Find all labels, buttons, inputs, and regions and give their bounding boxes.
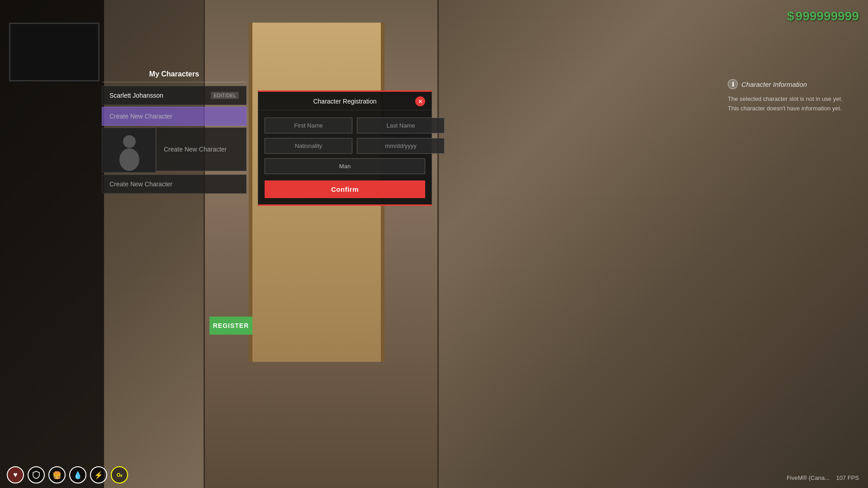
char-silhouette: [102, 128, 156, 173]
character-name: Scarlett Johansson: [109, 92, 163, 99]
name-row: [265, 118, 425, 133]
registration-modal: Character Registration ✕ Man Woman Confi…: [258, 90, 432, 206]
hud-bottom: ♥ 🍔 💧 ⚡ O₂: [7, 466, 128, 483]
char-thumbnail: [102, 128, 156, 173]
fivem-label: FiveM® (Cana...: [787, 474, 830, 481]
money-display: $999999999: [787, 9, 859, 24]
last-name-input[interactable]: [357, 118, 445, 133]
tv-decoration: [9, 23, 100, 81]
char-info-title: Character Information: [741, 81, 807, 88]
create-new-slot-0[interactable]: Create New Character: [102, 107, 247, 126]
create-new-label-0: Create New Character: [109, 113, 172, 120]
water-icon: 💧: [69, 466, 86, 483]
svg-point-1: [123, 135, 136, 148]
svg-point-2: [119, 148, 139, 171]
register-button[interactable]: REGISTER: [209, 317, 252, 335]
create-new-label-2: Create New Character: [109, 180, 172, 188]
char-info-line1: The selected character slot is not in us…: [728, 95, 854, 104]
char-slot-with-thumb: Create New Character: [102, 128, 247, 173]
modal-close-button[interactable]: ✕: [415, 96, 425, 106]
my-characters-title: My Characters: [102, 70, 247, 78]
food-icon: 🍔: [48, 466, 66, 483]
confirm-button[interactable]: Confirm: [265, 180, 425, 198]
fps-label: 107 FPS: [836, 474, 859, 481]
fivem-info: FiveM® (Cana... 107 FPS: [787, 474, 859, 481]
char-info-text: The selected character slot is not in us…: [728, 95, 854, 114]
money-sign: $: [787, 9, 794, 23]
char-info-line2: This character doesn't have information …: [728, 104, 854, 114]
char-info-header: ℹ Character Information: [728, 79, 854, 89]
modal-title: Character Registration: [275, 98, 415, 105]
extra-icon: ⚡: [90, 466, 107, 483]
info-icon: ℹ: [728, 79, 738, 89]
create-new-slot-1[interactable]: Create New Character: [156, 128, 247, 171]
money-amount: 999999999: [796, 9, 859, 23]
first-name-input[interactable]: [265, 118, 352, 133]
nationality-input[interactable]: [265, 138, 352, 154]
my-characters-panel: My Characters Scarlett Johansson EDIT/DE…: [102, 70, 247, 202]
character-item-scarlett[interactable]: Scarlett Johansson EDIT/DEL: [102, 86, 247, 105]
create-new-slot-2[interactable]: Create New Character: [102, 175, 247, 194]
nationality-dob-row: [265, 138, 425, 154]
char-divider: [102, 82, 247, 82]
modal-body: Man Woman Confirm: [258, 110, 432, 204]
gender-select[interactable]: Man Woman: [265, 158, 425, 174]
create-new-label-1: Create New Character: [164, 146, 227, 153]
modal-header: Character Registration ✕: [258, 92, 432, 110]
dob-input[interactable]: [357, 138, 445, 154]
heart-icon: ♥: [7, 466, 24, 483]
shield-icon: [28, 466, 45, 483]
char-info-panel: ℹ Character Information The selected cha…: [728, 79, 854, 114]
oxygen-icon: O₂: [111, 466, 128, 483]
character-edit-btn[interactable]: EDIT/DEL: [211, 92, 239, 99]
